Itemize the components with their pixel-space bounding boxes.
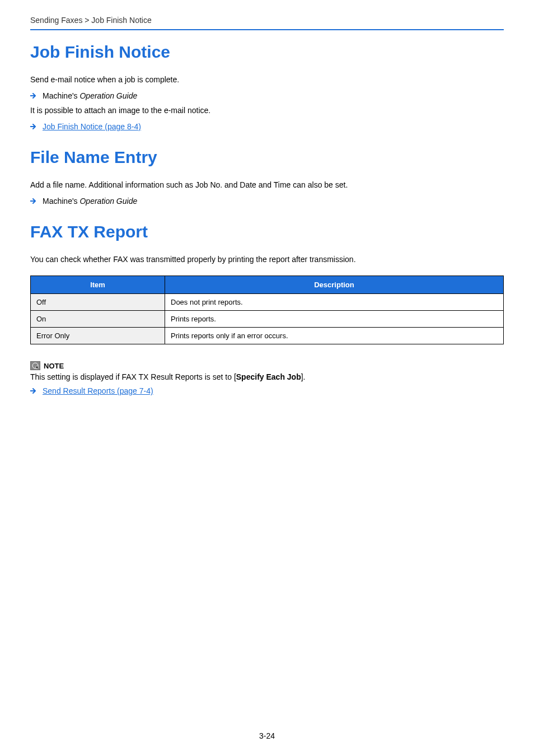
ref-italic: Operation Guide: [79, 91, 137, 100]
td-desc: Does not print reports.: [165, 294, 504, 311]
link-text[interactable]: Job Finish Notice (page 8-4): [43, 122, 141, 131]
link-send-result-reports[interactable]: Send Result Reports (page 7-4): [30, 386, 504, 395]
reference-text: Machine's Operation Guide: [43, 91, 137, 100]
ref-prefix: Machine's: [43, 91, 79, 100]
note-block: NOTE This setting is displayed if FAX TX…: [30, 361, 504, 395]
arrow-right-icon: [30, 93, 37, 99]
link-job-finish-notice[interactable]: Job Finish Notice (page 8-4): [30, 122, 504, 131]
note-text-bold: Specify Each Job: [236, 372, 301, 381]
note-text-before: This setting is displayed if FAX TX Resu…: [30, 372, 236, 381]
note-body: This setting is displayed if FAX TX Resu…: [30, 371, 504, 383]
heading-job-finish-notice: Job Finish Notice: [30, 43, 504, 62]
reference-text: Machine's Operation Guide: [43, 197, 137, 206]
breadcrumb: Sending Faxes > Job Finish Notice: [30, 16, 504, 29]
table-row: Off Does not print reports.: [31, 294, 504, 311]
reference-operation-guide-1: Machine's Operation Guide: [30, 91, 504, 100]
header-divider: [30, 29, 504, 30]
th-description: Description: [165, 276, 504, 294]
td-item: On: [31, 311, 165, 328]
reference-operation-guide-2: Machine's Operation Guide: [30, 197, 504, 206]
ref-italic: Operation Guide: [79, 197, 137, 206]
fax-tx-report-table: Item Description Off Does not print repo…: [30, 276, 504, 344]
svg-point-1: [36, 366, 39, 369]
fax-tx-p1: You can check whether FAX was transmitte…: [30, 254, 504, 265]
table-row: On Prints reports.: [31, 311, 504, 328]
file-name-p1: Add a file name. Additional information …: [30, 179, 504, 191]
note-label: NOTE: [44, 362, 64, 370]
td-desc: Prints reports.: [165, 311, 504, 328]
ref-prefix: Machine's: [43, 197, 79, 206]
td-item: Off: [31, 294, 165, 311]
note-icon: [30, 361, 40, 370]
table-row: Error Only Prints reports only if an err…: [31, 328, 504, 344]
td-item: Error Only: [31, 328, 165, 344]
note-text-after: ].: [301, 372, 306, 381]
td-desc: Prints reports only if an error occurs.: [165, 328, 504, 344]
heading-fax-tx-report: FAX TX Report: [30, 222, 504, 241]
arrow-right-icon: [30, 198, 37, 204]
job-finish-p2: It is possible to attach an image to the…: [30, 105, 504, 116]
link-text[interactable]: Send Result Reports (page 7-4): [43, 386, 153, 395]
th-item: Item: [31, 276, 165, 294]
job-finish-p1: Send e-mail notice when a job is complet…: [30, 74, 504, 86]
arrow-right-icon: [30, 124, 37, 129]
arrow-right-icon: [30, 388, 37, 394]
heading-file-name-entry: File Name Entry: [30, 148, 504, 167]
table-header-row: Item Description: [31, 276, 504, 294]
page-number: 3-24: [0, 731, 534, 740]
